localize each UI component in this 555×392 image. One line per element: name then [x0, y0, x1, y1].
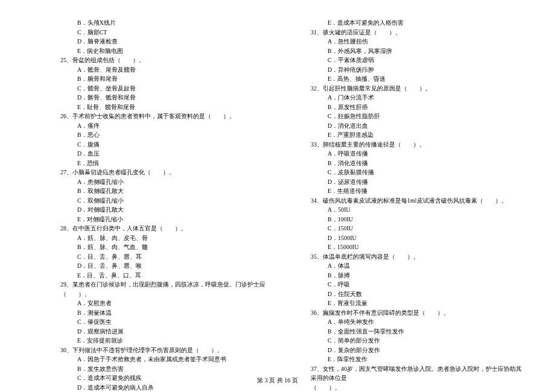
answer-option: B．发生故意伤害	[60, 364, 274, 374]
answer-option: C．髋骨、坐骨及趾骨	[60, 84, 274, 93]
answer-option: D．目、舌、鼻、唇、喉	[60, 261, 274, 271]
exam-page: B．头颅X线片C．脑部CTD．脑脊液检查E．病史和脑电图25、骨盆的组成包括（ …	[0, 0, 555, 392]
answer-option: E．生殖道传播	[311, 186, 525, 196]
answer-option: C．150IU	[311, 224, 525, 233]
answer-option: B．测量体温	[60, 308, 274, 318]
answer-option: E．胃液引流量	[311, 299, 525, 308]
answer-option: D．对侧瞳孔散大	[60, 205, 274, 215]
answer-option: C．腹痛	[60, 140, 274, 150]
answer-option: A．50IU	[311, 205, 525, 215]
question-text: 27、小脑幕切迹疝患者瞳孔变化（ ）。	[60, 168, 274, 177]
answer-option: D．异种疮疡疖肿	[311, 65, 525, 75]
answer-option: B．腕骨和尾骨	[60, 74, 274, 84]
answer-option: E．15000IU	[311, 242, 525, 252]
answer-option: C．脑部CT	[60, 28, 274, 37]
answer-option: A．急性腰扭伤	[311, 37, 525, 46]
answer-option: E．耻骨、髋骨和尾骨	[60, 103, 274, 112]
answer-option: E．安排提前就诊	[60, 336, 274, 346]
answer-option: C．双侧瞳孔缩小	[60, 196, 274, 206]
answer-option: A．门体分流手术	[311, 93, 525, 103]
question-text: 35、体温单底栏的填写内容是（ ）。	[311, 252, 525, 262]
answer-option: B．脉搏	[311, 271, 525, 280]
question-text: 32、引起肝性脑病最常见的原因是（ ）。	[311, 84, 525, 93]
question-text: 33、肺结核最主要的传播途径是（ ）。	[311, 140, 525, 150]
answer-option: C．催促医生	[60, 317, 274, 327]
page-footer: 第 3 页 共 16 页	[0, 376, 555, 385]
answer-option: D．血压	[60, 149, 274, 159]
answer-option: E．病史和脑电图	[60, 46, 274, 56]
answer-option: E．目、舌、鼻、口、耳	[60, 271, 274, 280]
answer-option: A．呼吸道传播	[311, 149, 525, 159]
answer-option: A．患侧瞳孔缩小	[60, 177, 274, 187]
answer-option: D．脑脊液检查	[60, 37, 274, 46]
answer-option: B．外感风寒，风寒湿痹	[311, 46, 525, 56]
answer-option: D．观察病情进展	[60, 327, 274, 337]
answer-option: C．妊娠急性脂肪肝	[311, 112, 525, 121]
answer-option: D．住院天数	[311, 289, 525, 299]
answer-option: E．严重胆道感染	[311, 130, 525, 140]
answer-option: E．造成本可避免的人格伤害	[311, 18, 525, 28]
answer-option: D．1500IU	[311, 233, 525, 243]
answer-option: A．骶骨、尾骨及髋骨	[60, 65, 274, 75]
answer-option: A．瘙痒	[60, 121, 274, 131]
question-text: 25、骨盆的组成包括（ ）。	[60, 55, 274, 65]
left-column: B．头颅X线片C．脑部CTD．脑脊液检查E．病史和脑电图25、骨盆的组成包括（ …	[60, 18, 274, 392]
question-text: 34、破伤风抗毒素皮试液的标准是每1ml皮试液含破伤风抗毒素（ ）。	[311, 196, 525, 206]
answer-option: C．呼吸	[311, 280, 525, 289]
answer-option: B．100IU	[311, 215, 525, 224]
right-column: E．造成本可避免的人格伤害31、拔火罐的适应证是（ ）。A．急性腰扭伤B．外感风…	[311, 18, 525, 392]
answer-option: A．体温	[311, 261, 525, 271]
answer-option: B．全面性强直一阵挛性发作	[311, 327, 525, 337]
question-text: 29、某患者在门诊候诊时，出现剧烈腹痛，四肢冰凉，呼吸急促。门诊护士应（ ）。	[60, 280, 274, 299]
answer-option: A．筋、脉、肉、皮毛、骨	[60, 233, 274, 243]
answer-option: B．双侧瞳孔散大	[60, 186, 274, 196]
answer-option: B．恶心	[60, 130, 274, 140]
answer-option: D．复杂的部分发作	[311, 346, 525, 355]
question-text: 26、手术前护士收集的患者资料中，属于客观资料的是（ ）。	[60, 112, 274, 121]
answer-option: D．消化道出血	[311, 121, 525, 131]
question-text: 36、癫痫发作时不伴有意识障碍的类型是（ ）。	[311, 308, 525, 318]
question-text: 30、下列做法中不违背护理伦理学不伤害原则的是（ ）。	[60, 346, 274, 355]
answer-option: B．原发性肝癌	[311, 103, 525, 112]
answer-option: A．安慰患者	[60, 299, 274, 308]
answer-option: E．高热、抽搐、昏迷	[311, 74, 525, 84]
answer-option: B．消化道传播	[311, 159, 525, 168]
answer-option: E．恐惧	[60, 159, 274, 168]
answer-option: B．头颅X线片	[60, 18, 274, 28]
answer-option: E．阵挛性发作	[311, 355, 525, 364]
answer-option: A．因急于手术抢救患者，未由家属或患者签手术同意书	[60, 355, 274, 364]
answer-option: A．单纯失神发作	[311, 317, 525, 327]
question-text: 31、拔火罐的适应证是（ ）。	[311, 28, 525, 37]
answer-option: B．筋、脉、肉、气血、髓	[60, 242, 274, 252]
answer-option: C．目、舌、鼻、唇、耳	[60, 252, 274, 262]
answer-option: C．皮肤黏膜传播	[311, 168, 525, 177]
answer-option: D．髂骨、骶骨和尾骨	[60, 93, 274, 103]
question-text: 28、在中医五行归类中，人体五官是（ ）。	[60, 224, 274, 233]
answer-option: E．对侧瞳孔缩小	[60, 215, 274, 224]
answer-option: D．泌尿道传播	[311, 177, 525, 187]
answer-option: C．简单的部分发作	[311, 336, 525, 346]
answer-option: C．平素体质虚弱	[311, 55, 525, 65]
